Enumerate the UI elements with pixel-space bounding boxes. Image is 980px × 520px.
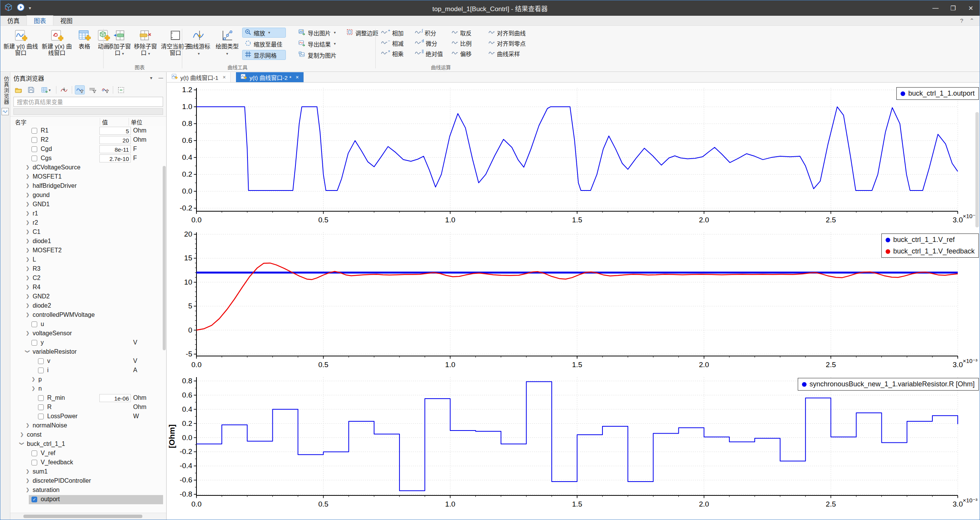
tree-row-normalNoise[interactable]: ❯normalNoise [10,421,166,431]
ribbon-tab-simulation[interactable]: 仿真 [0,15,26,25]
chevron-right-icon[interactable]: ❯ [26,487,30,492]
tree-row-n[interactable]: ❯n [10,384,166,394]
chevron-right-icon[interactable]: ❯ [26,478,30,483]
checkbox[interactable] [31,340,37,346]
tree-row-L[interactable]: ❯L [10,255,166,265]
quick-access-caret-icon[interactable]: ▾ [29,5,31,11]
chevron-right-icon[interactable]: ❯ [20,432,24,437]
tree-row-diode2[interactable]: ❯diode2 [10,301,166,311]
chevron-right-icon[interactable]: ❯ [26,220,30,225]
zoom-caret-icon[interactable]: ▾ [268,31,270,35]
value-field[interactable]: 20 [99,136,131,144]
maximize-button[interactable]: ❐ [944,0,962,16]
plot-canvas[interactable]: -0.20.00.20.40.60.81.01.20.00.51.01.52.0… [167,83,980,227]
sidebar-strip-tab-simulation-browser[interactable]: 仿真浏览器 [0,76,10,105]
chevron-right-icon[interactable]: ❯ [26,275,30,280]
checkbox[interactable] [38,395,44,401]
op-negate-button[interactable]: 取反 [450,28,487,38]
open-result-button[interactable] [13,85,23,94]
op-add-button[interactable]: +相加 [379,28,413,38]
tree-row-r2[interactable]: ❯r2 [10,219,166,228]
op-integral-button[interactable]: ∫积分 [413,28,450,38]
results-wave-icon[interactable] [2,108,9,115]
goto-curve-button[interactable] [59,85,69,94]
new-yt-window-button[interactable]: 新建 y(t) 曲线窗口 [3,28,38,56]
checkbox[interactable] [38,368,44,373]
chevron-right-icon[interactable]: ❯ [26,469,30,474]
filter-curves-button[interactable] [75,85,85,94]
op-scale-button[interactable]: 比例 [450,38,487,48]
legend-item[interactable]: buck_ctrl_1_1.V_ref [886,236,975,244]
search-input[interactable] [13,97,163,107]
tree-row-i[interactable]: iA [10,366,166,375]
tree-row-controlledPWMVoltage[interactable]: ❯controlledPWMVoltage [10,311,166,320]
chevron-right-icon[interactable]: ❯ [31,376,35,382]
chevron-right-icon[interactable]: ❯ [26,164,30,170]
tree-row-Cgd[interactable]: Cgd8e-11F [10,145,166,154]
chevron-right-icon[interactable]: ❯ [26,174,30,179]
chevron-right-icon[interactable]: ❯ [26,266,30,271]
op-align-curve-button[interactable]: 对齐到曲线 [487,28,539,38]
panel-collapse-icon[interactable]: — [158,75,163,81]
tree-row-LossPower[interactable]: LossPowerW [10,412,166,421]
close-button[interactable]: ✕ [962,0,980,16]
tree-row-voltageSensor[interactable]: ❯voltageSensor [10,329,166,338]
new-yx-window-button[interactable]: 新建 y(x) 曲线窗口 [40,28,74,56]
tree-row-gound[interactable]: ❯gound [10,191,166,200]
export-image-button[interactable]: 导出图片 ▾ [296,28,340,38]
column-unit[interactable]: 单位 [131,118,142,126]
tree-row-R4[interactable]: ❯R4 [10,283,166,292]
tree-row-C2[interactable]: ❯C2 [10,274,166,283]
export-result-button[interactable]: 导出结果 ▾ [296,39,340,49]
collapse-ribbon-icon[interactable]: ⌃ [969,17,974,24]
chevron-right-icon[interactable]: ❯ [26,330,30,336]
tree-row-R3[interactable]: ❯R3 [10,265,166,274]
checkbox[interactable] [38,358,44,364]
tree-row-Cgs[interactable]: Cgs2.7e-10F [10,154,166,163]
tree-row-buck_ctrl_1_1[interactable]: ❯buck_ctrl_1_1 [10,440,166,449]
export-table-button[interactable]: ▾ [39,85,53,94]
tree-row-p[interactable]: ❯p [10,375,166,384]
chevron-right-icon[interactable]: ❯ [26,183,30,188]
save-result-button[interactable] [26,85,36,94]
chevron-right-icon[interactable]: ❯ [26,238,30,243]
tab-curve-window-1[interactable]: y(t) 曲线窗口-1 × [167,72,231,82]
plot-canvas[interactable]: -0.8-0.6-0.4-0.20.00.20.40.60.80.00.51.0… [167,369,980,519]
tab-close-icon[interactable]: × [223,74,226,80]
help-icon[interactable]: ? [960,17,963,24]
remove-subwindow-button[interactable]: 移除子窗口 ▾ [133,28,158,56]
tree-horizontal-scrollbar[interactable] [10,513,166,520]
plot-canvas[interactable]: -5051015200.00.51.01.52.02.53.0×10⁻³ [167,227,980,369]
legend-item[interactable]: synchronousBuck_new_1_1.variableResistor… [802,380,975,388]
tree-row-GND2[interactable]: ❯GND2 [10,292,166,301]
collapse-all-button[interactable] [116,85,126,94]
op-derivative-button[interactable]: d微分 [413,38,450,48]
tree-row-GND1[interactable]: ❯GND1 [10,200,166,209]
value-field[interactable]: 2.7e-10 [99,154,131,162]
tree-row-saturation[interactable]: ❯saturation [10,486,166,495]
chevron-right-icon[interactable]: ❯ [26,293,30,299]
chevron-right-icon[interactable]: ❯ [26,210,30,216]
chevron-right-icon[interactable]: ❯ [26,312,30,317]
checkbox[interactable] [31,146,37,152]
op-align-zero-button[interactable]: 对齐到零点 [487,38,539,48]
chevron-right-icon[interactable]: ❯ [26,284,30,290]
tab-close-icon[interactable]: × [296,74,299,80]
tree-row-dCVoltageSource[interactable]: ❯dCVoltageSource [10,163,166,172]
tree-row-diode1[interactable]: ❯diode1 [10,237,166,246]
zoom-to-fit-button[interactable]: 缩放至最佳 [242,39,286,49]
tree-row-discretePIDController[interactable]: ❯discretePIDController [10,477,166,486]
show-grid-button[interactable]: 显示网格 [242,50,286,60]
op-sample-button[interactable]: 曲线采样 [487,49,539,58]
tree-row-V_ref[interactable]: V_ref [10,449,166,458]
tree-row-v[interactable]: vV [10,357,166,366]
legend-item[interactable]: buck_ctrl_1_1.outport [901,89,975,98]
chevron-right-icon[interactable]: ❯ [26,422,30,428]
tree-row-R[interactable]: ROhm [10,403,166,412]
export-image-caret-icon[interactable]: ▾ [334,31,336,35]
plot-type-button[interactable]: 绘图类型▾ [214,28,241,56]
tree-row-V_feedback[interactable]: V_feedback [10,458,166,467]
add-subwindow-button[interactable]: 添加子窗口 ▾ [107,28,132,56]
export-result-caret-icon[interactable]: ▾ [334,42,336,46]
checkbox[interactable] [31,460,37,465]
